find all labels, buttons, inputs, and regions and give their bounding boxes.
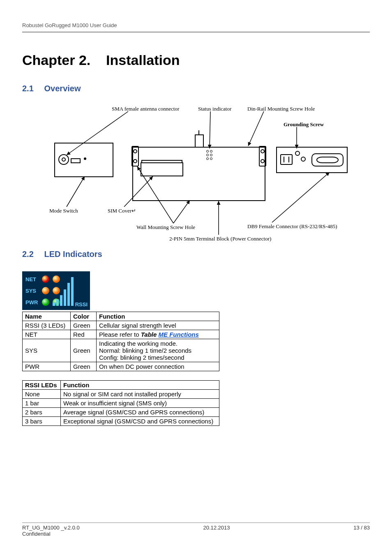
cell-function: Exceptional signal (GSM/CSD and GPRS con… [61,417,219,426]
table-row: PWR Green On when DC power connection [23,362,219,371]
cell-name: NET [23,330,71,339]
section-2-1-title: 2.1 Overview [22,84,370,93]
overview-diagram: SMA female antenna connector Status indi… [42,106,350,241]
svg-line-4 [67,176,85,207]
chapter-title: Chapter 2. Installation [22,52,370,68]
cell-leds: 2 bars [23,408,61,417]
running-header: Robustel GoRugged M1000 User Guide [22,22,370,30]
footer-rule [22,523,370,523]
table-row: 2 bars Average signal (GSM/CSD and GPRS … [23,408,219,417]
rssi-bars-icon [53,275,74,306]
th-function: Function [61,381,219,390]
cell-function: Weak or insufficient signal (SMS only) [61,399,219,408]
text: Please refer to [99,331,141,338]
th-rssi-leds: RSSI LEDs [23,381,61,390]
cell-leds: 3 bars [23,417,61,426]
footer-date: 20.12.2013 [203,525,230,531]
sma-connector-icon [58,154,69,165]
rssi-leds-table: RSSI LEDs Function None No signal or SIM… [22,380,219,426]
footer-confidential: Confidential [22,531,370,537]
table-row: None No signal or SIM card not installed… [23,390,219,399]
chapter-name: Installation [106,52,180,68]
cell-name: SYS [23,339,71,362]
led-sys-icon [42,287,49,294]
slot-icon [71,158,81,163]
th-color: Color [71,312,97,321]
section-name: LED Indicators [44,250,102,259]
sim-cover-icon [141,162,183,176]
svg-line-8 [272,172,330,222]
table-row: NET Red Please refer to Table ME Functio… [23,330,219,339]
device-body [132,147,265,198]
section-name: Overview [44,84,81,93]
line: Normal: blinking 1 time/2 seconds [99,347,217,354]
section-2-2-title: 2.2 LED Indicators [22,250,370,259]
label-terminal: 2-PIN 5mm Terminal Block (Power Connecto… [169,236,271,242]
label-db9: DB9 Female Connector (RS-232/RS-485) [247,223,337,230]
page: Robustel GoRugged M1000 User Guide Chapt… [0,0,392,555]
table-row: 3 bars Exceptional signal (GSM/CSD and G… [23,417,219,426]
right-bracket-icon [259,146,266,166]
label-simcover: SIM Cover↵ [108,208,136,214]
me-functions-link[interactable]: ME Functions [159,331,199,338]
led-rssi-label: RSSI [75,301,88,308]
device-left-panel [54,143,113,177]
cell-leds: 1 bar [23,399,61,408]
label-wallmount: Wall Mounting Screw Hole [136,224,195,231]
cell-color: Green [71,321,97,330]
page-footer: RT_UG_M1000 _v.2.0.0 20.12.2013 13 / 83 … [22,523,370,537]
footer-page: 13 / 83 [353,525,370,531]
section-number: 2.1 [22,84,42,93]
device-right-panel [276,147,348,173]
th-name: Name [23,312,71,321]
svg-line-6 [173,200,190,223]
header-rule [22,32,370,32]
cell-function: On when DC power connection [97,362,219,371]
grounding-screw2-icon [301,157,306,162]
label-grounding: Grounding Screw [284,121,324,128]
line: Config: blinking 2 times/second [99,354,217,361]
cell-leds: None [23,390,61,399]
status-indicator-icon [206,150,212,160]
svg-line-2 [248,111,264,146]
chapter-label: Chapter 2. [22,52,90,68]
led-net-icon [42,275,49,283]
antenna-icon [195,134,204,148]
mode-switch-icon [84,157,86,160]
cell-function: No signal or SIM card not installed prop… [61,390,219,399]
sim-chip-icon [280,154,293,165]
table-row: RSSI (3 LEDs) Green Cellular signal stre… [23,321,219,330]
table-word: Table [141,331,159,338]
table-row: 1 bar Weak or insufficient signal (SMS o… [23,399,219,408]
cell-name: RSSI (3 LEDs) [23,321,71,330]
label-status: Status indicator [198,106,231,112]
cell-name: PWR [23,362,71,371]
led-indicators-table: Name Color Function RSSI (3 LEDs) Green … [22,312,219,371]
grounding-screw-icon [295,151,300,156]
db9-connector-icon [311,153,344,166]
cell-color: Green [71,339,97,362]
led-panel-image: NET SYS PWR RSSI [22,271,90,310]
svg-line-1 [210,111,210,148]
line: Indicating the working mode. [99,340,217,347]
cell-function: Please refer to Table ME Functions [97,330,219,339]
label-dinrail: Din-Rail Mounting Screw Hole [247,106,315,112]
footer-doc: RT_UG_M1000 _v.2.0.0 [22,525,80,531]
cell-function: Average signal (GSM/CSD and GPRS connect… [61,408,219,417]
cell-color: Red [71,330,97,339]
label-mode: Mode Switch [49,208,78,214]
table-row: SYS Green Indicating the working mode. N… [23,339,219,362]
led-sys-label: SYS [25,288,39,294]
cell-function: Cellular signal strength level [97,321,219,330]
left-bracket-icon [131,146,139,166]
th-function: Function [97,312,219,321]
led-net-label: NET [25,276,39,282]
cell-color: Green [71,362,97,371]
section-number: 2.2 [22,250,42,259]
label-sma: SMA female antenna connector [112,106,179,112]
cell-function: Indicating the working mode. Normal: bli… [97,339,219,362]
led-pwr-icon [42,298,49,306]
led-pwr-label: PWR [25,299,39,305]
